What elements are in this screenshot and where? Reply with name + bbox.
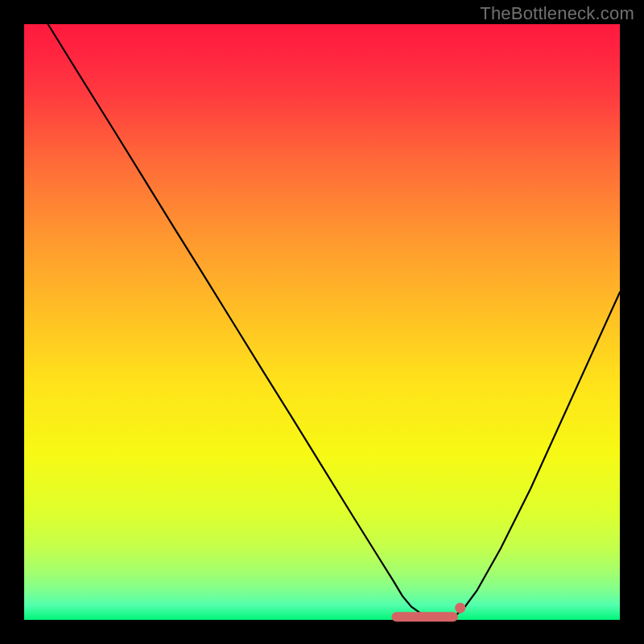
plot-background — [24, 24, 620, 620]
bottleneck-chart — [0, 0, 644, 644]
optimal-marker-end — [455, 603, 465, 613]
watermark-text: TheBottleneck.com — [480, 3, 634, 24]
chart-container: TheBottleneck.com — [0, 0, 644, 644]
